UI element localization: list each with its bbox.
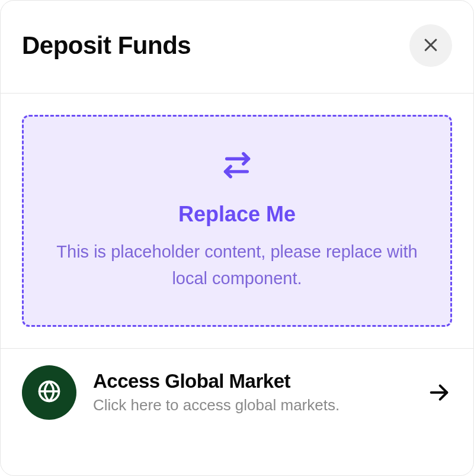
globe-badge	[22, 365, 76, 420]
close-icon	[422, 36, 440, 56]
footer-title: Access Global Market	[93, 370, 409, 393]
placeholder-description: This is placeholder content, please repl…	[53, 239, 421, 292]
modal-title: Deposit Funds	[22, 31, 191, 60]
deposit-funds-modal: Deposit Funds Replace Me This is	[0, 0, 474, 476]
footer-text: Access Global Market Click here to acces…	[93, 370, 409, 414]
footer-subtitle: Click here to access global markets.	[93, 396, 409, 414]
globe-icon	[36, 378, 62, 407]
modal-header: Deposit Funds	[1, 1, 473, 93]
close-button[interactable]	[409, 24, 452, 67]
modal-body: Replace Me This is placeholder content, …	[1, 94, 473, 348]
placeholder-title: Replace Me	[52, 202, 422, 227]
modal-footer: Access Global Market Click here to acces…	[1, 349, 473, 441]
placeholder-slot: Replace Me This is placeholder content, …	[22, 115, 452, 327]
access-global-market-button[interactable]: Access Global Market Click here to acces…	[22, 365, 452, 420]
arrow-right-icon	[426, 379, 452, 406]
swap-icon	[222, 150, 252, 181]
